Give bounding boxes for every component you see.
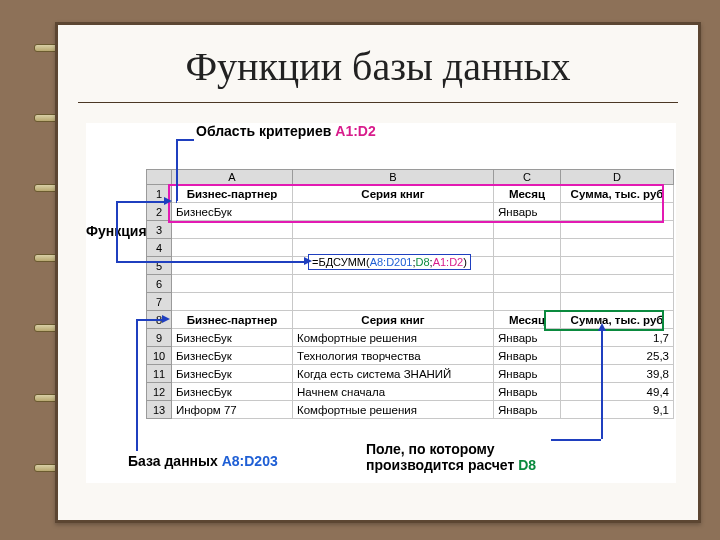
content-panel: Область критериев A1:D2 Функция База дан… [86, 123, 676, 483]
slide: Функции базы данных Область критериев A1… [55, 22, 701, 523]
criteria-label: Область критериев A1:D2 [196, 123, 376, 139]
table-row: 10БизнесБукТехнология творчестваЯнварь25… [147, 347, 674, 365]
table-row: 13Информ 77Комфортные решенияЯнварь9,1 [147, 401, 674, 419]
arrow-icon [304, 257, 312, 265]
spreadsheet: A B C D 1 Бизнес-партнер Серия книг Меся… [146, 169, 674, 419]
arrow-up-icon [598, 323, 606, 331]
db-header-row: 8 Бизнес-партнер Серия книг Месяц Сумма,… [147, 311, 674, 329]
table-row: 9БизнесБукКомфортные решенияЯнварь1,7 [147, 329, 674, 347]
table-row: 12БизнесБукНачнем сначалаЯнварь49,4 [147, 383, 674, 401]
table-row: 11БизнесБукКогда есть система ЗНАНИЙЯнва… [147, 365, 674, 383]
pointer-line [176, 139, 178, 201]
field-label: Поле, по которому производится расчет D8 [366, 441, 536, 473]
slide-title: Функции базы данных [78, 43, 678, 103]
criteria-value-row: 2 БизнесБук Январь [147, 203, 674, 221]
formula-cell: =БДСУММ(A8:D201;D8;A1:D2) [308, 254, 471, 270]
criteria-header-row: 1 Бизнес-партнер Серия книг Месяц Сумма,… [147, 185, 674, 203]
database-label: База данных A8:D203 [128, 453, 278, 469]
column-headers: A B C D [147, 170, 674, 185]
